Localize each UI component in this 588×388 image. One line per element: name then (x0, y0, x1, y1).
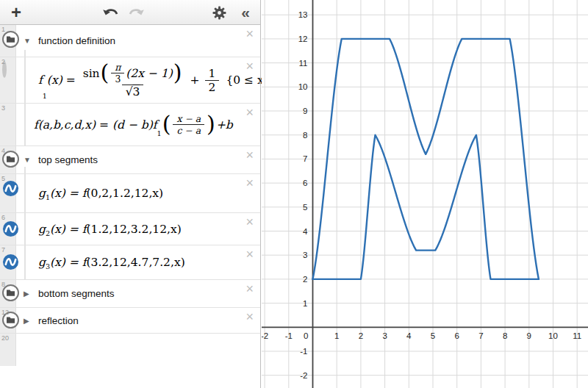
svg-text:9: 9 (527, 331, 531, 340)
folder-icon[interactable] (2, 31, 19, 48)
row-number: 2 (1, 58, 5, 65)
svg-text:13: 13 (298, 10, 308, 19)
folder-title: reflection (38, 315, 79, 326)
folder-title: top segments (38, 154, 98, 165)
row-number: 3 (1, 104, 5, 112)
close-icon[interactable]: × (245, 27, 254, 40)
svg-text:2: 2 (303, 275, 307, 284)
row-folder-bottom-segments[interactable]: 8 ▶ bottom segments × (0, 280, 260, 308)
svg-text:4: 4 (303, 227, 308, 236)
row-number: 5 (1, 175, 5, 182)
row-number: 4 (1, 147, 5, 154)
collapse-panel-icon[interactable]: « (234, 0, 257, 25)
expression-math: g3 (x) = f (3.2,12,4.7,7.2,x) (38, 256, 185, 269)
redo-icon[interactable] (125, 0, 147, 25)
row-number: 7 (1, 246, 5, 254)
expression-math: f1(x) = sin ( π 3 (2x − 1) ) (38, 62, 295, 98)
svg-text:1: 1 (303, 299, 307, 308)
expression-math: g2 (x) = f (1.2,12,3.2,12,x) (38, 223, 182, 236)
caret-right-icon[interactable]: ▶ (24, 290, 34, 298)
svg-text:6: 6 (454, 331, 459, 340)
svg-text:-2: -2 (300, 371, 307, 380)
svg-text:8: 8 (303, 131, 307, 140)
svg-text:12: 12 (298, 35, 308, 43)
svg-text:0: 0 (304, 331, 308, 340)
close-icon[interactable]: × (245, 106, 254, 119)
svg-text:11: 11 (573, 331, 581, 340)
close-icon[interactable]: × (245, 310, 254, 323)
svg-text:7: 7 (303, 154, 307, 163)
plotted-curve-icon[interactable] (2, 254, 19, 273)
row-expression-f[interactable]: 3 f(a,b,c,d,x) = (d − b)f1 ( x − a c − a… (0, 104, 260, 146)
folder-title: bottom segments (38, 288, 115, 299)
svg-text:8: 8 (503, 331, 507, 340)
close-icon[interactable]: × (245, 148, 254, 162)
redo-arrow-icon (127, 7, 145, 18)
svg-text:6: 6 (303, 179, 307, 187)
svg-text:10: 10 (298, 82, 308, 91)
row-expression-g1[interactable]: 5 g1 (x) = f (0,2,1.2,12,x) × (0, 174, 260, 213)
plotted-curve-icon[interactable] (2, 220, 19, 240)
svg-text:10: 10 (548, 331, 558, 340)
svg-text:-1: -1 (285, 331, 293, 340)
row-number: 20 (1, 334, 9, 342)
svg-text:7: 7 (478, 331, 483, 340)
row-number: 6 (1, 214, 5, 221)
close-icon[interactable]: × (245, 248, 254, 261)
row-folder-function-definition[interactable]: 1 ▼ function definition × (0, 25, 260, 57)
close-icon[interactable]: × (245, 176, 254, 190)
expression-math: f(a,b,c,d,x) = (d − b)f1 ( x − a c − a )… (34, 113, 233, 136)
row-expression-f1[interactable]: 2 f1(x) = sin ( π 3 (2x − 1) (0, 57, 260, 104)
gear-icon[interactable] (207, 0, 231, 25)
row-number: 8 (1, 281, 5, 288)
svg-text:-2: -2 (262, 331, 268, 340)
caret-right-icon[interactable]: ▶ (24, 317, 34, 325)
graph-canvas[interactable]: -2-1123456789101113121110987654321-1-20 (262, 0, 588, 388)
expression-list-panel: + (0, 0, 261, 388)
svg-text:1: 1 (334, 331, 339, 340)
expression-toolbar: + (0, 0, 260, 25)
row-folder-top-segments[interactable]: 4 ▼ top segments × (0, 146, 260, 174)
row-number: 1 (1, 26, 5, 33)
graph-paper[interactable]: -2-1123456789101113121110987654321-1-20 (262, 0, 588, 388)
plotted-curve-icon[interactable] (2, 180, 19, 200)
close-icon[interactable]: × (245, 215, 254, 229)
close-icon[interactable]: × (245, 60, 254, 73)
expression-math: g1 (x) = f (0,2,1.2,12,x) (38, 187, 163, 200)
undo-icon[interactable] (100, 0, 122, 25)
svg-text:11: 11 (299, 59, 308, 68)
desmos-app: + (0, 0, 588, 388)
svg-text:5: 5 (431, 331, 435, 340)
add-expression-button[interactable]: + (4, 0, 28, 25)
row-expression-g3[interactable]: 7 g3 (x) = f (3.2,12,4.7,7.2,x) × (0, 245, 260, 280)
caret-down-icon[interactable]: ▼ (24, 156, 34, 164)
close-icon[interactable]: × (245, 282, 254, 295)
svg-text:4: 4 (406, 331, 412, 340)
svg-text:9: 9 (303, 107, 307, 115)
svg-text:5: 5 (303, 203, 307, 212)
caret-down-icon[interactable]: ▼ (24, 37, 34, 45)
svg-text:3: 3 (303, 251, 307, 259)
svg-text:2: 2 (359, 331, 363, 340)
svg-text:3: 3 (382, 331, 387, 340)
row-number: 12 (1, 309, 9, 316)
row-folder-reflection[interactable]: 12 ▶ reflection × (0, 308, 260, 334)
row-expression-g2[interactable]: 6 g2 (x) = f (1.2,12,3.2,12,x) × (0, 213, 260, 245)
folder-title: function definition (38, 35, 115, 46)
svg-text:-1: -1 (300, 347, 307, 356)
row-expression-empty[interactable]: 20 (0, 334, 260, 366)
undo-arrow-icon (102, 7, 120, 18)
